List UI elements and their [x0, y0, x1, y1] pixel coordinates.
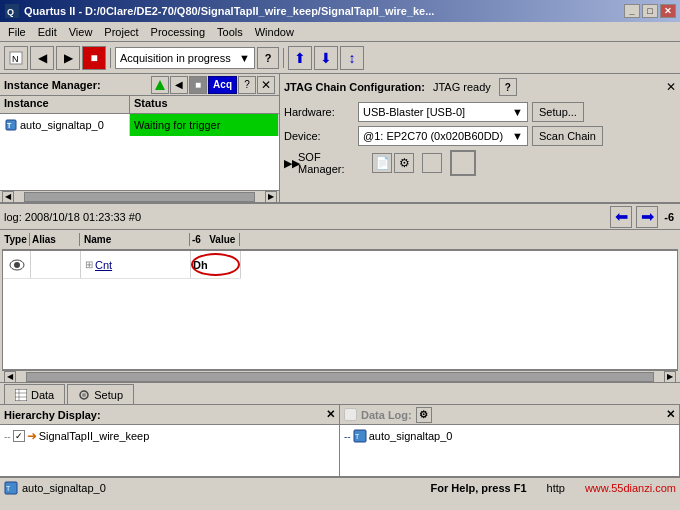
sof-box[interactable]: [450, 150, 476, 176]
hier-arrow-icon: ➜: [27, 429, 37, 443]
waveform-main: ⊞ Cnt Dh: [2, 250, 678, 370]
hierarchy-left-content: -- ✓ ➜ SignalTapII_wire_keep: [0, 425, 339, 476]
window-controls: _ □ ✕: [624, 4, 676, 18]
instance-name: auto_signaltap_0: [20, 119, 104, 131]
sof-edit[interactable]: [422, 153, 442, 173]
svg-text:20: 20: [435, 245, 447, 247]
menu-window[interactable]: Window: [249, 24, 300, 40]
datalog-item[interactable]: -- T auto_signaltap_0: [344, 429, 675, 443]
signal-name[interactable]: Cnt: [95, 259, 112, 271]
hierarchy-left-title: Hierarchy Display:: [4, 409, 101, 421]
datalog-btn[interactable]: ⚙: [416, 407, 432, 423]
jtag-device-combo[interactable]: @1: EP2C70 (0x020B60DD) ▼: [358, 126, 528, 146]
jtag-hardware-combo[interactable]: USB-Blaster [USB-0] ▼: [358, 102, 528, 122]
wf-counter: -6: [662, 211, 676, 223]
expand-icon[interactable]: ⊞: [85, 259, 93, 270]
jtag-device-label: Device:: [284, 130, 354, 142]
acquisition-dropdown[interactable]: Acquisition in progress ▼: [115, 47, 255, 69]
wf-name-cell[interactable]: ⊞ Cnt: [81, 251, 191, 278]
jtag-nav3[interactable]: ↕: [340, 46, 364, 70]
jtag-header: JTAG Chain Configuration: JTAG ready ? ✕: [284, 78, 676, 96]
wave-scroll-thumb[interactable]: [26, 372, 654, 382]
signaltap-bottom-icon: T: [4, 481, 18, 495]
col-name: Name: [80, 233, 190, 246]
new-button[interactable]: N: [4, 46, 28, 70]
svg-marker-4: [155, 80, 165, 90]
col-alias: Alias: [30, 233, 80, 246]
waveform-hscrollbar[interactable]: ◀ ▶: [2, 370, 678, 382]
instance-hscrollbar[interactable]: ◀ ▶: [0, 190, 279, 202]
menubar: File Edit View Project Processing Tools …: [0, 22, 680, 42]
sof-icon1[interactable]: 📄: [372, 153, 392, 173]
toolbar: N ◀ ▶ ■ Acquisition in progress ▼ ? ⬆ ⬇ …: [0, 42, 680, 74]
jtag-config-panel: JTAG Chain Configuration: JTAG ready ? ✕…: [280, 74, 680, 202]
jtag-scan-button[interactable]: Scan Chain: [532, 126, 603, 146]
hierarchy-left-panel: Hierarchy Display: ✕ -- ✓ ➜ SignalTapII_…: [0, 405, 340, 476]
jtag-setup-button[interactable]: Setup...: [532, 102, 584, 122]
col-value: -6 Value: [190, 233, 240, 246]
scroll-thumb[interactable]: [24, 192, 255, 202]
instance-manager-title: Instance Manager:: [4, 79, 101, 91]
svg-text:N: N: [12, 54, 19, 64]
instance-row[interactable]: T auto_signaltap_0 Waiting for trigger: [0, 114, 279, 136]
hierarchy-item-label: SignalTapII_wire_keep: [39, 430, 150, 442]
jtag-sof-label: SOF Manager:: [298, 151, 368, 175]
wave-scroll-left[interactable]: ◀: [4, 371, 16, 383]
stop-button[interactable]: ■: [82, 46, 106, 70]
menu-file[interactable]: File: [2, 24, 32, 40]
forward-button[interactable]: ▶: [56, 46, 80, 70]
hierarchy-item[interactable]: -- ✓ ➜ SignalTapII_wire_keep: [4, 429, 335, 443]
wf-back-button[interactable]: ⬅: [610, 206, 632, 228]
tab-setup[interactable]: Setup: [67, 384, 134, 404]
scroll-right[interactable]: ▶: [265, 191, 277, 203]
close-button[interactable]: ✕: [660, 4, 676, 18]
help-button[interactable]: ?: [257, 47, 279, 69]
menu-project[interactable]: Project: [98, 24, 144, 40]
col-type: Type: [2, 233, 30, 246]
hier-checkbox[interactable]: ✓: [13, 430, 25, 442]
im-stop[interactable]: ■: [189, 76, 207, 94]
titlebar: Q Quartus II - D:/0Clare/DE2-70/Q80/Sign…: [0, 0, 680, 22]
instance-status: Waiting for trigger: [134, 119, 220, 131]
datalog-dash: --: [344, 431, 351, 442]
hierarchy-close[interactable]: ✕: [326, 408, 335, 421]
im-close[interactable]: ✕: [257, 76, 275, 94]
svg-text:Q: Q: [7, 7, 14, 17]
im-help[interactable]: ?: [238, 76, 256, 94]
datalog-close[interactable]: ✕: [666, 408, 675, 421]
tab-data[interactable]: Data: [4, 384, 65, 404]
jtag-help-button[interactable]: ?: [499, 78, 517, 96]
table-icon: [15, 389, 27, 401]
waveform-header: Type Alias Name -6 Value -5|8 4 8 12 16 …: [2, 230, 678, 250]
svg-text:8: 8: [320, 245, 326, 247]
im-btn2[interactable]: ◀: [170, 76, 188, 94]
wf-forward-button[interactable]: ➡: [636, 206, 658, 228]
datalog-checkbox[interactable]: [344, 408, 357, 421]
toolbar-separator2: [283, 48, 284, 68]
im-btn1[interactable]: [151, 76, 169, 94]
svg-rect-20: [15, 389, 27, 401]
jtag-sof-row: ▶▶ SOF Manager: 📄 ⚙: [284, 150, 676, 176]
wave-scroll-right[interactable]: ▶: [664, 371, 676, 383]
hierarchy-right-content: -- T auto_signaltap_0: [340, 425, 679, 476]
menu-view[interactable]: View: [63, 24, 99, 40]
datalog-item-label: auto_signaltap_0: [369, 430, 453, 442]
scroll-left[interactable]: ◀: [2, 191, 14, 203]
instance-col-header: Instance: [0, 96, 130, 113]
sof-icon2[interactable]: ⚙: [394, 153, 414, 173]
menu-tools[interactable]: Tools: [211, 24, 249, 40]
tab-setup-label: Setup: [94, 389, 123, 401]
instance-manager-panel: Instance Manager: ◀ ■ Acq ? ✕ Instance S…: [0, 74, 280, 202]
jtag-close-button[interactable]: ✕: [666, 80, 676, 94]
menu-edit[interactable]: Edit: [32, 24, 63, 40]
instance-table-headers: Instance Status: [0, 96, 279, 114]
jtag-nav1[interactable]: ⬆: [288, 46, 312, 70]
svg-text:-5|8: -5|8: [245, 245, 262, 247]
maximize-button[interactable]: □: [642, 4, 658, 18]
jtag-nav2[interactable]: ⬇: [314, 46, 338, 70]
jtag-chain-status: JTAG ready: [433, 81, 491, 93]
menu-processing[interactable]: Processing: [145, 24, 211, 40]
back-button[interactable]: ◀: [30, 46, 54, 70]
acquire-button[interactable]: Acq: [208, 76, 237, 94]
minimize-button[interactable]: _: [624, 4, 640, 18]
